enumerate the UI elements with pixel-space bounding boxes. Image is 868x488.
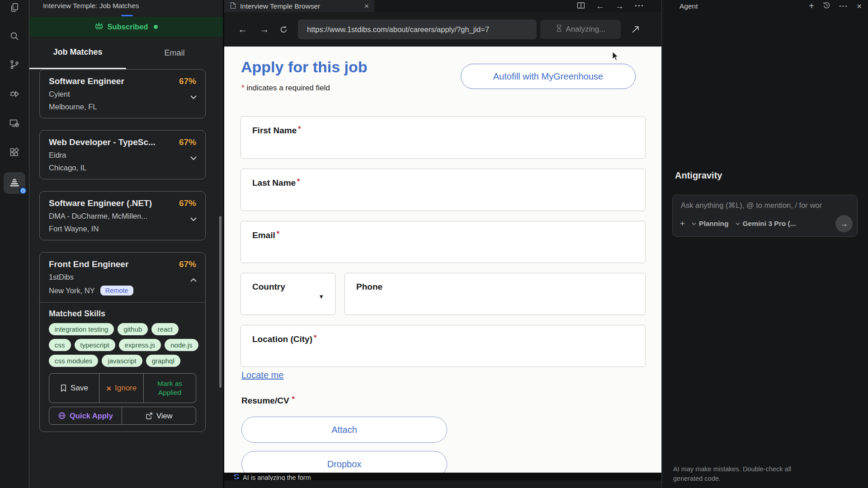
quick-apply-button[interactable]: Quick Apply bbox=[49, 407, 122, 424]
dropdown-arrow-icon: ▼ bbox=[318, 293, 324, 300]
agent-input-placeholder: Ask anything (⌘L), @ to mention, / for w… bbox=[681, 201, 822, 210]
skill-pill: javascript bbox=[102, 355, 142, 367]
more-options-icon[interactable]: ··· bbox=[839, 2, 848, 11]
browser-tab[interactable]: Interview Temple Browser × bbox=[224, 0, 374, 12]
url-text: https://www.1stdibs.com/about/careers/ap… bbox=[307, 25, 489, 34]
reload-icon[interactable] bbox=[279, 25, 288, 34]
clock-badge-icon bbox=[19, 187, 27, 195]
mark-as-applied-button[interactable]: Mark as Applied bbox=[143, 374, 196, 403]
job-match-percent: 67% bbox=[179, 259, 196, 269]
close-panel-icon[interactable]: × bbox=[857, 1, 862, 11]
browser-toolbar: ← → https://www.1stdibs.com/about/career… bbox=[224, 12, 661, 47]
navigate-forward-icon[interactable]: → bbox=[615, 1, 624, 11]
card-divider bbox=[40, 302, 205, 303]
status-dot bbox=[154, 25, 158, 29]
job-card[interactable]: Software Engineer (.NET) 67% DMA - DuCha… bbox=[39, 191, 206, 240]
activity-bar bbox=[0, 0, 29, 488]
job-company: Eidra bbox=[49, 151, 196, 160]
job-title-row: Software Engineer 67% bbox=[49, 76, 196, 86]
chevron-down-icon[interactable] bbox=[190, 93, 197, 101]
antigravity-brand: Antigravity bbox=[675, 170, 722, 181]
crown-icon bbox=[94, 22, 104, 31]
panel-tab-indicator bbox=[121, 15, 133, 16]
chevron-down-icon[interactable] bbox=[190, 154, 197, 162]
x-icon: × bbox=[106, 384, 111, 393]
job-location: New York, NY bbox=[49, 286, 95, 295]
more-actions-icon[interactable]: ··· bbox=[635, 1, 644, 11]
back-icon[interactable]: ← bbox=[236, 24, 250, 35]
explorer-icon[interactable] bbox=[4, 0, 25, 19]
job-card[interactable]: Front End Engineer 67% 1stDibs New York,… bbox=[39, 252, 206, 432]
sidebar-scrollbar[interactable] bbox=[219, 216, 222, 388]
file-icon bbox=[230, 2, 236, 11]
job-actions: Save ×Ignore Mark as Applied bbox=[49, 373, 196, 403]
extensions-icon[interactable] bbox=[4, 141, 25, 163]
agent-header: Agent + ··· × bbox=[662, 0, 868, 12]
analysis-status-bar: AI is analyzing the form bbox=[224, 473, 661, 480]
editor-actions: ← → ··· bbox=[577, 1, 661, 11]
split-editor-icon[interactable] bbox=[577, 2, 585, 11]
job-title: Web Developer - TypeSc... bbox=[49, 137, 175, 147]
field-email[interactable]: Email* bbox=[241, 221, 646, 263]
save-button[interactable]: Save bbox=[49, 374, 99, 403]
job-title: Front End Engineer bbox=[49, 259, 175, 269]
field-location-city[interactable]: Location (City)* bbox=[241, 325, 646, 367]
job-title-row: Web Developer - TypeSc... 67% bbox=[49, 137, 196, 147]
view-button[interactable]: View bbox=[122, 407, 196, 424]
job-card[interactable]: Software Engineer 67% Cyient Melbourne, … bbox=[39, 69, 206, 118]
locate-me-link[interactable]: Locate me bbox=[241, 370, 283, 380]
interview-temple-icon[interactable] bbox=[4, 172, 25, 194]
field-last-name[interactable]: Last Name* bbox=[241, 169, 646, 211]
send-button[interactable]: → bbox=[835, 215, 853, 232]
skill-pills: integration testinggithubreactcsstypescr… bbox=[49, 323, 201, 367]
subscribed-banner: Subscribed bbox=[29, 17, 223, 37]
close-tab-icon[interactable]: × bbox=[364, 2, 369, 11]
source-control-icon[interactable] bbox=[4, 54, 25, 75]
field-phone[interactable]: Phone bbox=[344, 273, 646, 315]
new-conversation-icon[interactable]: + bbox=[809, 1, 814, 11]
autofill-button[interactable]: Autofill with MyGreenhouse bbox=[461, 64, 636, 89]
analyzing-status-pill: Analyzing... bbox=[540, 20, 621, 39]
job-location: Melbourne, FL bbox=[49, 103, 97, 111]
run-debug-icon[interactable] bbox=[4, 83, 25, 104]
tab-email[interactable]: Email bbox=[126, 37, 223, 69]
mode-selector[interactable]: Planning bbox=[692, 220, 728, 228]
attach-button[interactable]: Attach bbox=[241, 417, 447, 443]
tab-job-matches[interactable]: Job Matches bbox=[29, 37, 126, 69]
job-company: DMA - DuCharme, McMillen... bbox=[49, 212, 196, 221]
ai-disclaimer: AI may make mistakes. Double-check all g… bbox=[673, 465, 809, 483]
field-first-name[interactable]: First Name* bbox=[241, 116, 646, 159]
chevron-up-icon[interactable] bbox=[190, 276, 197, 284]
hourglass-icon bbox=[556, 24, 562, 34]
job-card[interactable]: Web Developer - TypeSc... 67% Eidra Chic… bbox=[39, 130, 206, 179]
navigate-back-icon[interactable]: ← bbox=[596, 1, 604, 11]
agent-input-box[interactable]: Ask anything (⌘L), @ to mention, / for w… bbox=[672, 195, 858, 237]
app-window: Interview Temple: Job Matches Subscribed… bbox=[0, 0, 868, 488]
field-country[interactable]: Country▼ bbox=[241, 273, 335, 315]
job-title: Software Engineer bbox=[49, 76, 175, 86]
job-quick-actions: Quick Apply View bbox=[49, 407, 196, 425]
attach-context-icon[interactable]: + bbox=[680, 219, 685, 229]
job-title-row: Front End Engineer 67% bbox=[49, 259, 196, 269]
history-icon[interactable] bbox=[823, 1, 830, 11]
forward-icon[interactable]: → bbox=[258, 24, 271, 35]
job-list: Software Engineer 67% Cyient Melbourne, … bbox=[39, 69, 213, 444]
ignore-button[interactable]: ×Ignore bbox=[99, 374, 143, 403]
browser-panel: Interview Temple Browser × ← → ··· ← → h… bbox=[223, 0, 661, 488]
agent-panel-title: Agent bbox=[679, 2, 809, 10]
page-title: Apply for this job bbox=[241, 58, 368, 76]
expand-icon[interactable] bbox=[631, 25, 640, 34]
sidebar-tabs: Job Matches Email bbox=[29, 37, 223, 69]
remote-window-icon[interactable] bbox=[4, 113, 25, 134]
chevron-down-icon[interactable] bbox=[190, 215, 197, 223]
editor-tab-strip: Interview Temple Browser × ← → ··· bbox=[224, 0, 661, 12]
skill-pill: typescript bbox=[75, 339, 115, 351]
url-bar[interactable]: https://www.1stdibs.com/about/careers/ap… bbox=[298, 19, 537, 39]
search-icon[interactable] bbox=[4, 25, 25, 47]
skill-pill: node.js bbox=[165, 339, 198, 351]
skill-pill: integration testing bbox=[49, 323, 114, 335]
refresh-icon bbox=[233, 474, 240, 480]
matched-skills-title: Matched Skills bbox=[49, 309, 196, 319]
model-selector[interactable]: Gemini 3 Pro (... bbox=[736, 220, 796, 228]
skill-pill: express.js bbox=[119, 339, 161, 351]
